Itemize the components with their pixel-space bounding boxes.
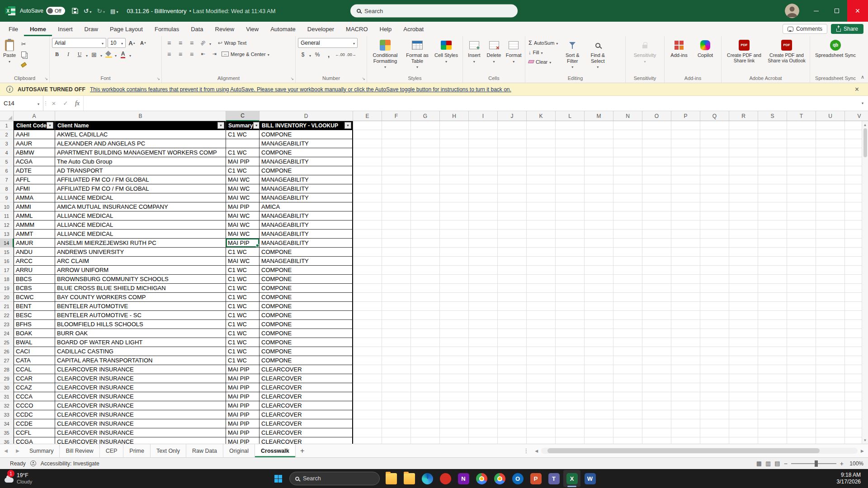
cell-J20[interactable]: [498, 293, 527, 302]
cell-B19[interactable]: BLUE CROSS BLUE SHIELD MICHIGAN: [55, 284, 226, 293]
cell-T24[interactable]: [787, 329, 816, 338]
cell-T16[interactable]: [787, 257, 816, 266]
cell-I33[interactable]: [469, 410, 498, 419]
cell-O16[interactable]: [642, 257, 671, 266]
cell-L30[interactable]: [556, 383, 585, 392]
font-dialog-launcher[interactable]: [156, 76, 160, 81]
cell-L22[interactable]: [556, 311, 585, 320]
cell-K32[interactable]: [527, 401, 556, 410]
cell-K20[interactable]: [527, 293, 556, 302]
cell-G3[interactable]: [411, 139, 440, 148]
cell-N15[interactable]: [613, 248, 642, 257]
cell-H28[interactable]: [440, 365, 469, 374]
cell-L26[interactable]: [556, 347, 585, 356]
cell-O5[interactable]: [642, 157, 671, 166]
cell-M6[interactable]: [585, 166, 613, 175]
formula-input[interactable]: [83, 96, 857, 111]
sheet-tab-text-only[interactable]: Text Only: [151, 444, 186, 457]
cell-K28[interactable]: [527, 365, 556, 374]
cell-H31[interactable]: [440, 392, 469, 401]
cell-Q27[interactable]: [700, 356, 729, 365]
cell-F33[interactable]: [382, 410, 411, 419]
cell-U13[interactable]: [816, 230, 845, 239]
share-button[interactable]: Share: [831, 24, 863, 34]
cell-H13[interactable]: [440, 230, 469, 239]
cell-E26[interactable]: [353, 347, 382, 356]
cell-H35[interactable]: [440, 428, 469, 437]
cell-C16[interactable]: MAI WC: [226, 257, 259, 266]
cell-K3[interactable]: [527, 139, 556, 148]
hscroll-right-icon[interactable]: [859, 449, 865, 453]
cell-L13[interactable]: [556, 230, 585, 239]
cell-P27[interactable]: [671, 356, 700, 365]
cell-L2[interactable]: [556, 130, 585, 139]
title-search-box[interactable]: Search: [350, 5, 518, 18]
cell-S8[interactable]: [758, 184, 787, 193]
cell-D35[interactable]: CLEARCOVER: [259, 428, 353, 437]
save-button[interactable]: [70, 6, 80, 16]
column-header-I[interactable]: I: [469, 111, 498, 121]
cell-B10[interactable]: AMICA MUTUAL INSURANCE COMPANY: [55, 202, 226, 211]
cell-M3[interactable]: [585, 139, 613, 148]
taskbar-icon-file-explorer[interactable]: [382, 470, 400, 487]
cell-A16[interactable]: ARCC: [14, 257, 55, 266]
cell-G17[interactable]: [411, 266, 440, 275]
column-header-J[interactable]: J: [498, 111, 527, 121]
cell-D16[interactable]: MANAGEABILITY: [259, 257, 353, 266]
cell-O10[interactable]: [642, 202, 671, 211]
cell-N6[interactable]: [613, 166, 642, 175]
cell-R5[interactable]: [729, 157, 758, 166]
cell-E31[interactable]: [353, 392, 382, 401]
cell-C30[interactable]: MAI PIP: [226, 383, 259, 392]
cell-T17[interactable]: [787, 266, 816, 275]
cell-K30[interactable]: [527, 383, 556, 392]
cell-T29[interactable]: [787, 374, 816, 383]
cell-P12[interactable]: [671, 221, 700, 230]
cell-Q36[interactable]: [700, 437, 729, 444]
row-header-25[interactable]: 25: [0, 338, 14, 347]
cell-U16[interactable]: [816, 257, 845, 266]
collapse-ribbon-icon[interactable]: [861, 74, 864, 80]
sheet-tab-prime[interactable]: Prime: [123, 444, 151, 457]
cell-P10[interactable]: [671, 202, 700, 211]
cell-L7[interactable]: [556, 175, 585, 184]
cell-B32[interactable]: CLEARCOVER INSURANCE: [55, 401, 226, 410]
cell-R6[interactable]: [729, 166, 758, 175]
cell-H20[interactable]: [440, 293, 469, 302]
cell-T32[interactable]: [787, 401, 816, 410]
cell-R1[interactable]: [729, 121, 758, 130]
cell-C12[interactable]: MAI WC: [226, 221, 259, 230]
cell-Q12[interactable]: [700, 221, 729, 230]
cell-L24[interactable]: [556, 329, 585, 338]
cell-Q5[interactable]: [700, 157, 729, 166]
cell-R18[interactable]: [729, 275, 758, 284]
cell-R24[interactable]: [729, 329, 758, 338]
cell-T33[interactable]: [787, 410, 816, 419]
cell-C28[interactable]: MAI PIP: [226, 365, 259, 374]
create-pdf-share-link-button[interactable]: Create PDF and Share link: [724, 38, 764, 64]
increase-font-button[interactable]: [127, 38, 137, 48]
cell-R12[interactable]: [729, 221, 758, 230]
cell-L36[interactable]: [556, 437, 585, 444]
align-top-button[interactable]: [164, 38, 174, 47]
cell-G36[interactable]: [411, 437, 440, 444]
cell-P24[interactable]: [671, 329, 700, 338]
cell-D2[interactable]: COMPONE: [259, 130, 353, 139]
cell-M5[interactable]: [585, 157, 613, 166]
cell-O4[interactable]: [642, 148, 671, 157]
taskbar-icon-onenote[interactable]: N: [455, 470, 472, 487]
cell-F35[interactable]: [382, 428, 411, 437]
cell-R15[interactable]: [729, 248, 758, 257]
cell-E24[interactable]: [353, 329, 382, 338]
cell-U9[interactable]: [816, 193, 845, 202]
cell-F19[interactable]: [382, 284, 411, 293]
cell-U5[interactable]: [816, 157, 845, 166]
cell-A17[interactable]: ARRU: [14, 266, 55, 275]
filter-button-B[interactable]: [217, 122, 224, 129]
zoom-in-button[interactable]: [840, 460, 844, 467]
cell-U30[interactable]: [816, 383, 845, 392]
cell-E8[interactable]: [353, 184, 382, 193]
cell-P11[interactable]: [671, 211, 700, 221]
cell-F13[interactable]: [382, 230, 411, 239]
cell-K18[interactable]: [527, 275, 556, 284]
